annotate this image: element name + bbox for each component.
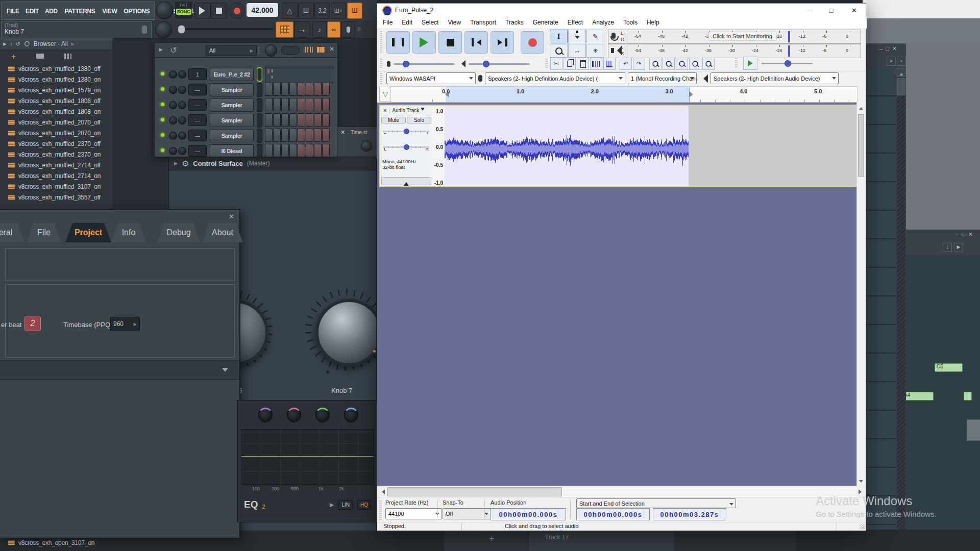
fl-control-surface-titlebar[interactable]: ▶ ⚙ Control Surface (Master) (168, 156, 377, 170)
piano-note[interactable]: A4 (906, 392, 934, 400)
eq-knob[interactable] (344, 408, 358, 422)
fl-play-button[interactable] (194, 3, 211, 19)
step-seq-icon[interactable] (317, 47, 325, 53)
channel-button[interactable]: Sampler (210, 129, 254, 142)
audio-position-field[interactable]: 00h00m00.000s (491, 508, 566, 520)
channel-pan-knob[interactable] (169, 86, 177, 94)
channel-selector[interactable] (257, 113, 262, 128)
playlist-track-tile[interactable]: Track 17 (528, 530, 675, 551)
channel-number[interactable]: --- (188, 130, 207, 141)
channel-pan-knob[interactable] (169, 132, 177, 140)
step-cell[interactable] (298, 129, 305, 142)
tab-project[interactable]: Project (65, 223, 111, 242)
browser-item[interactable]: v8cross_exh_muffled_1380_off (0, 63, 112, 74)
fl-pattern-position-display[interactable]: 3.2 (314, 3, 330, 19)
fl-pat-button[interactable]: PAT (175, 2, 192, 8)
timeshift-tool[interactable]: ↔ (568, 44, 586, 58)
channel-enable-led[interactable] (161, 87, 164, 91)
scroll-left-button[interactable] (377, 489, 386, 494)
scroll-up-button[interactable] (897, 68, 905, 77)
step-cell[interactable] (265, 98, 273, 111)
mixer-icon[interactable] (64, 54, 71, 59)
chevron-right-icon[interactable]: ▶ (159, 47, 163, 52)
maximize-button[interactable]: □ (820, 7, 843, 14)
solo-button[interactable]: Solo (407, 117, 431, 123)
add-track-button[interactable]: + (489, 534, 495, 544)
channel-number[interactable]: 1 (188, 68, 207, 80)
selection-right-handle[interactable] (689, 91, 696, 97)
channel-button[interactable]: I6 Diesel (210, 144, 254, 157)
fl-knob7[interactable] (315, 299, 377, 366)
menu-help[interactable]: Help (642, 19, 664, 26)
fl-rack-swing-knob[interactable] (265, 44, 277, 57)
skip-start-button[interactable] (464, 31, 488, 54)
step-cell[interactable] (281, 98, 289, 111)
channel-number[interactable]: --- (188, 145, 207, 157)
step-cell[interactable] (322, 83, 330, 96)
track-name[interactable]: Audio Track (390, 108, 419, 113)
fl-typing-keyboard-button[interactable]: Ш+ (331, 3, 346, 19)
toolbar-grip[interactable] (735, 58, 738, 68)
panel-a-dot-button[interactable]: ▪ (897, 57, 906, 66)
channel-selector[interactable] (257, 129, 262, 143)
fl-eq-lin-button[interactable]: LIN (338, 500, 353, 510)
fl-menu-file[interactable]: FILE (4, 7, 21, 15)
channel-pan-knob[interactable] (169, 116, 177, 124)
step-cell[interactable] (322, 144, 330, 157)
channel-enable-led[interactable] (161, 148, 164, 152)
monitor-overlay[interactable]: Click to Start Monitoring (708, 32, 776, 41)
menu-transport[interactable]: Transport (465, 19, 501, 26)
fl-main-volume-knob[interactable] (156, 2, 174, 19)
gain-slider[interactable] (383, 131, 429, 132)
minimize-icon[interactable]: – (955, 231, 962, 237)
menu-generate[interactable]: Generate (528, 19, 563, 26)
step-cell[interactable] (281, 113, 289, 127)
zoom-v-button[interactable]: ↕ (943, 243, 952, 252)
step-cell[interactable] (298, 98, 305, 111)
up-icon[interactable]: ↑ (10, 41, 13, 47)
zoom-selection-button[interactable] (676, 58, 688, 70)
fl-link-button[interactable]: ∞ (327, 21, 340, 38)
audacity-titlebar[interactable]: Euro_Pulse_2 – □ ✕ (377, 4, 866, 17)
recording-device-dropdown[interactable]: Speakers (2- High Definition Audio Devic… (485, 72, 625, 84)
tab-file[interactable]: File (27, 223, 61, 242)
close-icon[interactable]: ✕ (340, 129, 345, 136)
fl-menu-add[interactable]: ADD (42, 7, 60, 15)
search-icon[interactable] (24, 41, 30, 46)
tab-general[interactable]: eral (0, 223, 24, 242)
playback-volume-handle[interactable] (483, 61, 489, 67)
channel-selector[interactable] (257, 98, 262, 112)
scroll-up-button[interactable] (857, 105, 865, 113)
track-close-button[interactable]: ✕ (380, 108, 390, 113)
step-cell[interactable] (273, 129, 281, 142)
channel-selector[interactable] (257, 144, 262, 157)
track-collapse-button[interactable] (381, 177, 431, 185)
step-cell[interactable] (306, 98, 313, 111)
zoom-out-button[interactable] (663, 58, 675, 70)
recording-meter[interactable]: L R -54-48-42-36-30-24-18-12-60 Click to… (608, 30, 861, 44)
step-cell[interactable] (314, 98, 322, 111)
fl-timebase-dropdown[interactable]: 960 ▶ (110, 317, 140, 331)
step-cell[interactable] (289, 144, 297, 157)
step-cell[interactable] (298, 83, 305, 96)
zoom-project-button[interactable] (689, 58, 701, 70)
panel-a-next-button[interactable]: > (887, 57, 896, 66)
step-cell[interactable] (314, 129, 322, 142)
channel-pan-knob[interactable] (169, 147, 177, 155)
gain-handle[interactable] (404, 129, 409, 134)
recording-volume-slider[interactable] (394, 63, 455, 65)
panel-a-scrollbar[interactable] (897, 68, 905, 530)
maximize-icon[interactable]: □ (886, 45, 892, 52)
toolbar-grip[interactable] (545, 59, 548, 69)
channel-button[interactable]: Sampler (210, 98, 254, 112)
resize-grip[interactable] (860, 524, 865, 529)
selection-range-dropdown[interactable]: Start and End of Selection (576, 498, 736, 508)
recording-volume-handle[interactable] (403, 61, 409, 67)
step-cell[interactable] (306, 113, 313, 127)
zoom-in-button[interactable] (649, 58, 662, 70)
step-cell[interactable] (281, 129, 289, 142)
step-cell[interactable] (273, 83, 281, 96)
channel-volume-knob[interactable] (178, 101, 186, 109)
pin-playhead-button[interactable]: ▽ (379, 87, 391, 102)
step-cell[interactable] (298, 144, 305, 157)
